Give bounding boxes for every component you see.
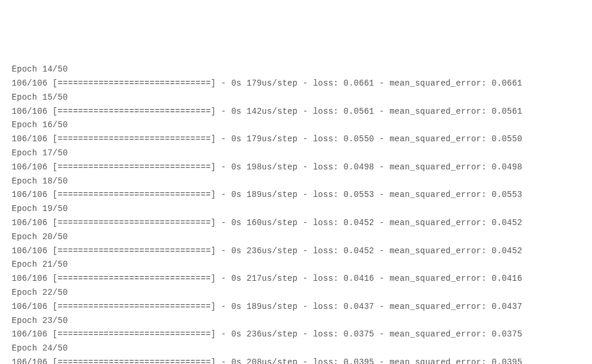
epoch-progress: 106/106 [==============================]… — [12, 356, 580, 364]
epoch-header: Epoch 19/50 — [12, 202, 580, 216]
epoch-progress: 106/106 [==============================]… — [12, 77, 580, 91]
epoch-header: Epoch 15/50 — [12, 91, 580, 105]
epoch-header: Epoch 18/50 — [12, 175, 580, 189]
epoch-progress: 106/106 [==============================]… — [12, 188, 580, 202]
epoch-progress: 106/106 [==============================]… — [12, 161, 580, 175]
epoch-header: Epoch 16/50 — [12, 118, 580, 132]
epoch-header: Epoch 14/50 — [12, 63, 580, 77]
epoch-header: Epoch 20/50 — [12, 230, 580, 244]
epoch-header: Epoch 22/50 — [12, 286, 580, 300]
training-log: Epoch 14/50106/106 [====================… — [12, 63, 580, 364]
epoch-header: Epoch 23/50 — [12, 314, 580, 328]
epoch-progress: 106/106 [==============================]… — [12, 244, 580, 258]
epoch-header: Epoch 17/50 — [12, 147, 580, 161]
epoch-progress: 106/106 [==============================]… — [12, 132, 580, 147]
epoch-progress: 106/106 [==============================]… — [12, 300, 580, 314]
epoch-progress: 106/106 [==============================]… — [12, 105, 580, 119]
epoch-progress: 106/106 [==============================]… — [12, 272, 580, 286]
epoch-header: Epoch 24/50 — [12, 342, 580, 356]
epoch-header: Epoch 21/50 — [12, 258, 580, 272]
epoch-progress: 106/106 [==============================]… — [12, 328, 580, 342]
epoch-progress: 106/106 [==============================]… — [12, 216, 580, 230]
